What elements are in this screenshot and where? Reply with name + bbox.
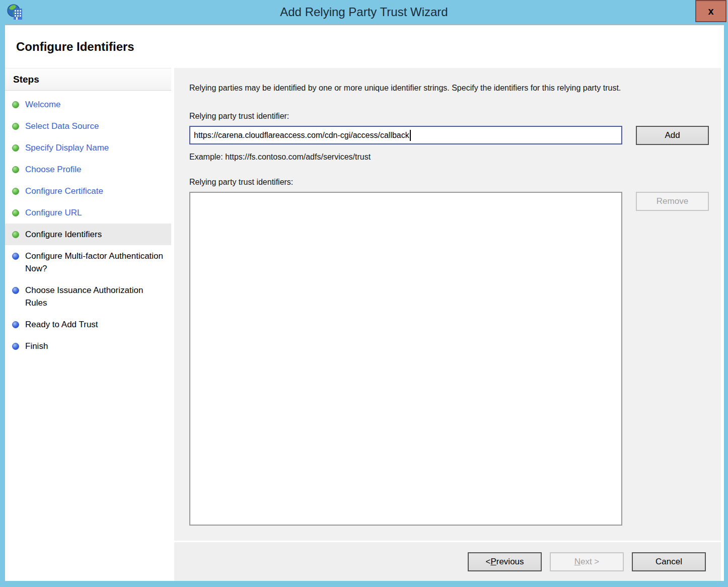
steps-list: Welcome Select Data Source Specify Displ…	[5, 94, 171, 357]
completed-step-icon	[12, 123, 19, 130]
identifiers-list-label: Relying party trust identifiers:	[189, 178, 709, 187]
completed-step-icon	[12, 144, 19, 152]
step-configure-identifiers-current: Configure Identifiers	[5, 224, 171, 245]
cancel-button[interactable]: Cancel	[632, 552, 706, 571]
adfs-app-icon	[7, 4, 24, 21]
page-header: Configure Identifiers	[5, 25, 724, 68]
steps-heading: Steps	[5, 68, 171, 91]
text-caret	[410, 130, 411, 141]
step-choose-profile[interactable]: Choose Profile	[5, 159, 171, 180]
step-configure-certificate[interactable]: Configure Certificate	[5, 180, 171, 202]
previous-button[interactable]: < Previous	[468, 552, 542, 571]
step-finish: Finish	[5, 335, 171, 357]
close-button[interactable]: x	[695, 0, 726, 22]
step-configure-url[interactable]: Configure URL	[5, 202, 171, 224]
upcoming-step-icon	[12, 343, 19, 350]
identifier-input-value: https://carena.cloudflareaccess.com/cdn-…	[194, 131, 409, 140]
upcoming-step-icon	[12, 321, 19, 328]
intro-text: Relying parties may be identified by one…	[189, 81, 709, 95]
step-ready-to-add-trust: Ready to Add Trust	[5, 314, 171, 335]
step-welcome[interactable]: Welcome	[5, 94, 171, 115]
remove-button[interactable]: Remove	[636, 192, 709, 211]
completed-step-icon	[12, 209, 19, 216]
page-title: Configure Identifiers	[16, 40, 134, 54]
steps-sidebar: Steps Welcome Select Data Source Specify…	[5, 68, 171, 581]
next-button[interactable]: Next >	[550, 552, 624, 571]
identifier-field-label: Relying party trust identifier:	[189, 112, 709, 121]
window-title: Add Relying Party Trust Wizard	[280, 5, 448, 19]
identifiers-listbox[interactable]	[189, 192, 622, 526]
add-button[interactable]: Add	[636, 126, 709, 145]
completed-step-icon	[12, 101, 19, 108]
upcoming-step-icon	[12, 253, 19, 260]
main-content: Relying parties may be identified by one…	[174, 68, 721, 541]
step-configure-multifactor: Configure Multi-factor Authentication No…	[5, 245, 171, 279]
title-bar: Add Relying Party Trust Wizard x	[0, 0, 728, 24]
step-choose-issuance-rules: Choose Issuance Authorization Rules	[5, 279, 171, 314]
wizard-frame: Configure Identifiers Steps Welcome Sele…	[5, 24, 724, 581]
step-specify-display-name[interactable]: Specify Display Name	[5, 137, 171, 159]
completed-step-icon	[12, 166, 19, 173]
wizard-footer: < Previous Next > Cancel	[174, 542, 721, 581]
wizard-window: Add Relying Party Trust Wizard x Configu…	[0, 0, 728, 587]
example-text: Example: https://fs.contoso.com/adfs/ser…	[189, 153, 709, 162]
completed-step-icon	[12, 188, 19, 195]
step-select-data-source[interactable]: Select Data Source	[5, 115, 171, 137]
completed-step-icon	[12, 231, 19, 238]
upcoming-step-icon	[12, 287, 19, 294]
identifier-input[interactable]: https://carena.cloudflareaccess.com/cdn-…	[189, 126, 622, 144]
